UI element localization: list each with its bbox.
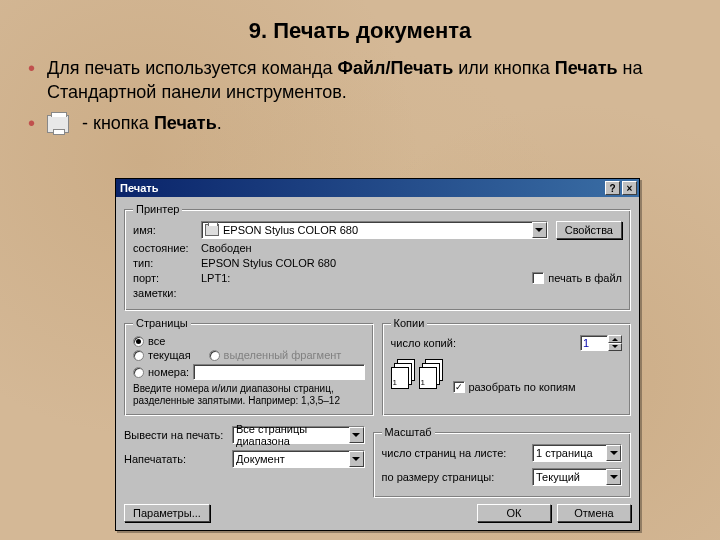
bullet-list: • Для печать используется команда Файл/П…	[0, 56, 720, 135]
close-button[interactable]: ×	[622, 181, 637, 195]
copies-input[interactable]	[580, 335, 608, 351]
bullet-dot-icon: •	[28, 56, 35, 80]
text: или кнопка	[453, 58, 554, 78]
print-what-label: Напечатать:	[124, 453, 232, 465]
spinner-down-icon[interactable]	[608, 343, 622, 351]
fit-to-page-label: по размеру страницы:	[382, 471, 533, 483]
radio-label: номера:	[148, 366, 189, 378]
text: .	[217, 113, 222, 133]
printer-name-dropdown[interactable]: EPSON Stylus COLOR 680	[201, 221, 548, 239]
group-legend: Страницы	[133, 317, 191, 329]
dropdown-value: 1 страница	[536, 447, 593, 459]
chevron-down-icon[interactable]	[349, 427, 364, 443]
radio-icon	[133, 336, 144, 347]
text: - кнопка	[77, 113, 154, 133]
print-dialog: Печать ? × Принтер имя: EPSON Stylus COL…	[115, 178, 640, 531]
status-value: Свободен	[201, 242, 252, 254]
bold-text: Печать	[555, 58, 618, 78]
collate-checkbox[interactable]: ✓ разобрать по копиям	[453, 381, 576, 393]
printer-icon	[205, 224, 219, 236]
spinner-up-icon[interactable]	[608, 335, 622, 343]
port-label: порт:	[133, 272, 201, 284]
chevron-down-icon[interactable]	[606, 445, 621, 461]
radio-icon	[133, 350, 144, 361]
pages-current-radio[interactable]: текущая	[133, 349, 191, 361]
include-label: Вывести на печать:	[124, 429, 232, 441]
print-what-dropdown[interactable]: Документ	[232, 450, 365, 468]
dialog-title: Печать	[120, 182, 158, 194]
checkbox-label: разобрать по копиям	[469, 381, 576, 393]
group-legend: Масштаб	[382, 426, 435, 438]
printer-group: Принтер имя: EPSON Stylus COLOR 680 Свой…	[124, 203, 631, 311]
checkbox-icon	[532, 272, 544, 284]
slide-title: 9. Печать документа	[0, 0, 720, 56]
ok-button[interactable]: ОК	[477, 504, 551, 522]
pages-per-sheet-label: число страниц на листе:	[382, 447, 533, 459]
print-icon	[47, 115, 69, 133]
page-numbers-input[interactable]	[193, 364, 364, 380]
dropdown-value: Документ	[236, 453, 285, 465]
dropdown-value: EPSON Stylus COLOR 680	[223, 224, 358, 236]
copies-group: Копии число копий: 3	[382, 317, 632, 416]
titlebar: Печать ? ×	[116, 179, 639, 197]
type-label: тип:	[133, 257, 201, 269]
text: Для печать используется команда	[47, 58, 338, 78]
pages-group: Страницы все текущая выделенный фрагмент…	[124, 317, 374, 416]
fit-to-page-dropdown[interactable]: Текущий	[532, 468, 622, 486]
bullet-text: Для печать используется команда Файл/Печ…	[47, 56, 692, 105]
pages-selection-radio: выделенный фрагмент	[209, 349, 342, 361]
bold-text: Файл/Печать	[338, 58, 454, 78]
copies-spinner[interactable]	[580, 335, 622, 351]
radio-icon	[133, 367, 144, 378]
scale-group: Масштаб число страниц на листе: 1 страни…	[373, 426, 632, 498]
checkbox-label: печать в файл	[548, 272, 622, 284]
bullet-text: - кнопка Печать.	[47, 111, 222, 135]
port-value: LPT1:	[201, 272, 230, 284]
pages-hint: Введите номера и/или диапазоны страниц, …	[133, 383, 365, 407]
chevron-down-icon[interactable]	[532, 222, 547, 238]
bullet-item: • - кнопка Печать.	[28, 111, 692, 135]
parameters-button[interactable]: Параметры...	[124, 504, 210, 522]
checkbox-icon: ✓	[453, 381, 465, 393]
page-icon: 1	[419, 367, 437, 389]
name-label: имя:	[133, 224, 201, 236]
chevron-down-icon[interactable]	[606, 469, 621, 485]
include-dropdown[interactable]: Все страницы диапазона	[232, 426, 365, 444]
bullet-dot-icon: •	[28, 111, 35, 135]
notes-label: заметки:	[133, 287, 201, 299]
radio-label: выделенный фрагмент	[224, 349, 342, 361]
chevron-down-icon[interactable]	[349, 451, 364, 467]
pages-numbers-radio[interactable]: номера:	[133, 366, 189, 378]
dropdown-value: Текущий	[536, 471, 580, 483]
type-value: EPSON Stylus COLOR 680	[201, 257, 336, 269]
group-legend: Принтер	[133, 203, 182, 215]
properties-button[interactable]: Свойства	[556, 221, 622, 239]
radio-icon	[209, 350, 220, 361]
bullet-item: • Для печать используется команда Файл/П…	[28, 56, 692, 105]
page-icon: 1	[391, 367, 409, 389]
radio-label: все	[148, 335, 165, 347]
bold-text: Печать	[154, 113, 217, 133]
print-to-file-checkbox[interactable]: печать в файл	[532, 272, 622, 284]
dropdown-value: Все страницы диапазона	[236, 423, 364, 447]
radio-label: текущая	[148, 349, 191, 361]
help-button[interactable]: ?	[605, 181, 620, 195]
cancel-button[interactable]: Отмена	[557, 504, 631, 522]
status-label: состояние:	[133, 242, 201, 254]
pages-per-sheet-dropdown[interactable]: 1 страница	[532, 444, 622, 462]
group-legend: Копии	[391, 317, 428, 329]
copies-count-label: число копий:	[391, 337, 581, 349]
pages-all-radio[interactable]: все	[133, 335, 365, 347]
collate-illustration: 3 2 1 3 2 1	[391, 359, 443, 389]
